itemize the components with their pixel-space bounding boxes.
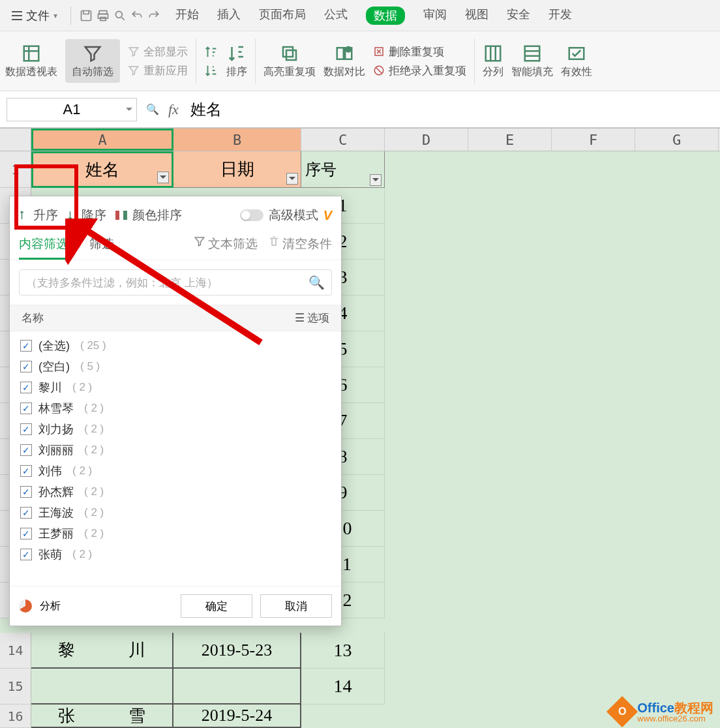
row-header[interactable]: 15 — [0, 669, 31, 705]
column-header-G[interactable]: G — [635, 129, 719, 151]
column-header-D[interactable]: D — [385, 129, 468, 151]
ok-button[interactable]: 确定 — [181, 594, 252, 618]
column-header-A[interactable]: A — [31, 129, 173, 151]
vip-badge: V — [323, 208, 332, 223]
select-all-corner[interactable] — [0, 129, 31, 151]
tab-layout[interactable]: 页面布局 — [259, 7, 306, 25]
search-icon[interactable]: 🔍 — [308, 275, 325, 290]
undo-icon[interactable] — [130, 8, 144, 23]
filter-item[interactable]: ✓孙杰辉( 2 ) — [20, 481, 331, 502]
filter-item[interactable]: ✓王梦丽( 2 ) — [20, 523, 331, 544]
checkbox-icon[interactable]: ✓ — [20, 444, 32, 456]
filter-dropdown-B[interactable] — [286, 173, 298, 185]
redo-icon[interactable] — [147, 8, 161, 23]
svg-rect-5 — [24, 46, 39, 61]
tab-review[interactable]: 审阅 — [423, 7, 447, 25]
save-icon[interactable] — [79, 8, 93, 23]
pivot-label: 数据透视表 — [5, 65, 57, 79]
tab-formula[interactable]: 公式 — [324, 7, 348, 25]
sort-desc-icon[interactable] — [204, 63, 218, 78]
print-preview-icon[interactable] — [113, 8, 127, 23]
text-to-col-button[interactable]: 分列 — [483, 43, 503, 79]
filter-item[interactable]: ✓林雪琴( 2 ) — [20, 398, 331, 419]
zoom-icon[interactable]: 🔍 — [146, 103, 159, 115]
row-header[interactable]: 14 — [0, 633, 31, 669]
filter-dropdown-C[interactable] — [370, 174, 382, 186]
filter-item[interactable]: ✓张雪( 2 ) — [20, 565, 331, 566]
highlight-dup-icon — [279, 43, 300, 64]
options-button[interactable]: ☰选项 — [295, 311, 329, 326]
cell-date[interactable] — [173, 669, 301, 705]
checkbox-icon[interactable]: ✓ — [20, 549, 32, 560]
watermark-title: Office教程网 — [637, 701, 713, 714]
sort-asc-icon[interactable] — [204, 45, 218, 59]
file-menu[interactable]: 文件 ▾ — [7, 5, 63, 26]
filter-item[interactable]: ✓刘丽丽( 2 ) — [20, 440, 331, 461]
name-box[interactable]: A1 — [7, 98, 137, 121]
smart-fill-button[interactable]: 智能填充 — [511, 43, 553, 79]
column-header-E[interactable]: E — [468, 129, 552, 151]
data-compare-button[interactable]: 数据对比 — [323, 43, 365, 79]
svg-rect-14 — [525, 46, 540, 61]
cell-seq[interactable]: 13 — [301, 633, 385, 669]
formula-value[interactable]: 姓名 — [190, 99, 222, 120]
tab-data[interactable]: 数据 — [366, 7, 405, 25]
fx-icon[interactable]: fx — [168, 101, 179, 118]
checkbox-icon[interactable]: ✓ — [20, 423, 32, 435]
svg-point-10 — [346, 47, 352, 52]
cell-date[interactable]: 2019-5-23 — [173, 633, 301, 669]
reject-dup-button[interactable]: 拒绝录入重复项 — [373, 63, 466, 78]
pivot-icon — [21, 43, 42, 64]
print-icon[interactable] — [96, 8, 110, 23]
checkbox-icon[interactable]: ✓ — [20, 465, 32, 477]
cell-name[interactable]: 张雪 — [31, 705, 173, 728]
checkbox-icon[interactable]: ✓ — [20, 382, 32, 393]
autofilter-button[interactable]: 自动筛选 — [65, 39, 120, 83]
reapply-button[interactable]: 重新应用 — [128, 63, 188, 78]
filter-item[interactable]: ✓刘力扬( 2 ) — [20, 419, 331, 440]
highlight-dup-button[interactable]: 高亮重复项 — [263, 43, 316, 79]
show-all-button[interactable]: 全部显示 — [128, 44, 188, 59]
remove-dup-button[interactable]: 删除重复项 — [373, 44, 466, 59]
cell-name[interactable]: 黎川 — [31, 633, 173, 669]
tab-insert[interactable]: 插入 — [217, 7, 241, 25]
filter-item[interactable]: ✓黎川( 2 ) — [20, 377, 331, 398]
column-header-F[interactable]: F — [552, 129, 635, 151]
pivot-table-button[interactable]: 数据透视表 — [5, 43, 57, 79]
filter-item[interactable]: ✓张萌( 2 ) — [20, 544, 331, 565]
filter-dropdown-A[interactable] — [157, 172, 169, 183]
tab-dev[interactable]: 开发 — [548, 7, 572, 25]
checkbox-icon[interactable]: ✓ — [20, 507, 32, 519]
cancel-button[interactable]: 取消 — [260, 594, 332, 618]
tab-security[interactable]: 安全 — [507, 7, 530, 25]
filter-item-label: 孙杰辉 — [38, 484, 74, 500]
table-header-row: 1 姓名 日期 序号 — [0, 151, 720, 188]
header-cell-date[interactable]: 日期 — [173, 151, 301, 188]
tab-view[interactable]: 视图 — [465, 7, 488, 25]
cell-date[interactable]: 2019-5-24 — [173, 705, 301, 728]
cell-seq[interactable]: 14 — [301, 669, 385, 705]
checkbox-icon[interactable]: ✓ — [20, 402, 32, 414]
filter-item[interactable]: ✓王海波( 2 ) — [20, 502, 331, 523]
filter-item-label: 张萌 — [38, 547, 62, 562]
tab-content-filter[interactable]: 内容筛选 — [19, 235, 68, 260]
checkbox-icon[interactable]: ✓ — [20, 361, 32, 372]
filter-item-count: ( 2 ) — [84, 444, 104, 457]
analyze-button[interactable]: 分析 — [40, 599, 61, 613]
checkbox-icon[interactable]: ✓ — [20, 486, 32, 498]
pie-icon — [19, 599, 32, 613]
tab-start[interactable]: 开始 — [175, 7, 199, 25]
column-header-B[interactable]: B — [173, 129, 301, 151]
checkbox-icon[interactable]: ✓ — [20, 528, 32, 539]
header-cell-seq[interactable]: 序号 — [301, 151, 385, 188]
menu-separator — [70, 7, 71, 25]
row-header[interactable]: 16 — [0, 705, 31, 728]
dup-actions: 删除重复项 拒绝录入重复项 — [373, 44, 466, 78]
validation-button[interactable]: 有效性 — [561, 43, 592, 79]
cell-name[interactable] — [31, 669, 173, 705]
column-header-C[interactable]: C — [301, 129, 385, 151]
checkbox-icon[interactable]: ✓ — [20, 340, 32, 352]
filter-item[interactable]: ✓(空白)( 5 ) — [20, 356, 331, 377]
filter-item[interactable]: ✓刘伟( 2 ) — [20, 461, 331, 481]
sort-button[interactable]: 排序 — [226, 43, 247, 79]
